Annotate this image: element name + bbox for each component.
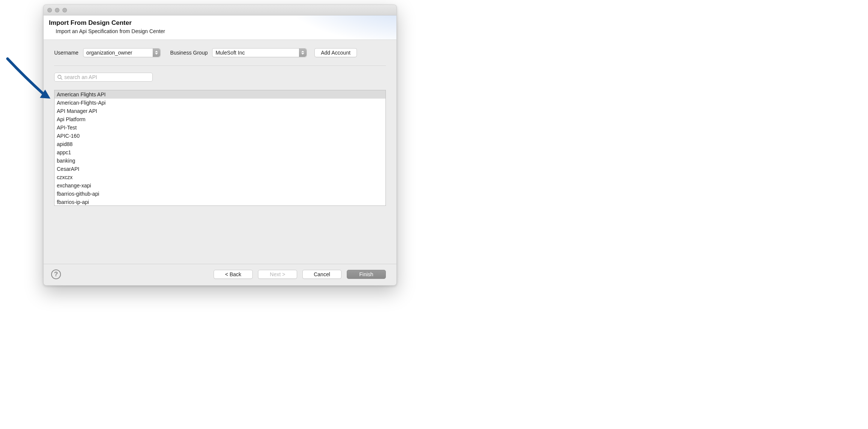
list-item[interactable]: American-Flights-Api: [55, 99, 385, 107]
list-item[interactable]: apid88: [55, 140, 385, 148]
business-group-select[interactable]: MuleSoft Inc: [212, 48, 307, 57]
list-item[interactable]: banking: [55, 157, 385, 165]
list-item[interactable]: Api Platform: [55, 115, 385, 123]
list-item[interactable]: exchange-xapi: [55, 181, 385, 190]
list-item[interactable]: API Manager API: [55, 107, 385, 115]
list-item[interactable]: American Flights API: [55, 90, 385, 99]
username-label: Username: [54, 50, 79, 56]
username-select[interactable]: organization_owner: [83, 48, 161, 57]
business-group-select-value: MuleSoft Inc: [215, 50, 245, 56]
list-item[interactable]: CesarAPI: [55, 165, 385, 173]
next-button[interactable]: Next >: [258, 270, 297, 279]
window-titlebar: [44, 5, 396, 15]
chevron-up-down-icon: [299, 49, 307, 57]
search-wrap: [54, 73, 153, 82]
list-item[interactable]: API-Test: [55, 123, 385, 132]
minimize-icon[interactable]: [55, 8, 59, 12]
api-listbox[interactable]: American Flights APIAmerican-Flights-Api…: [54, 90, 386, 206]
finish-button[interactable]: Finish: [347, 270, 386, 279]
dialog-subtitle: Import an Api Specification from Design …: [49, 28, 391, 34]
list-item[interactable]: APIC-160: [55, 132, 385, 140]
business-group-label: Business Group: [170, 50, 208, 56]
list-item[interactable]: appc1: [55, 148, 385, 157]
account-row: Username organization_owner Business Gro…: [54, 48, 386, 57]
cancel-button[interactable]: Cancel: [302, 270, 341, 279]
annotation-arrow: [4, 54, 53, 99]
list-item[interactable]: fbarrios-github-api: [55, 190, 385, 198]
list-item[interactable]: fbarrios-ip-api: [55, 198, 385, 206]
wizard-buttons: < Back Next > Cancel Finish: [214, 270, 386, 279]
svg-line-2: [61, 78, 62, 80]
close-icon[interactable]: [47, 8, 52, 12]
help-icon[interactable]: ?: [51, 269, 61, 279]
divider: [54, 65, 386, 66]
back-button[interactable]: < Back: [214, 270, 253, 279]
search-icon: [57, 75, 62, 80]
dialog-title: Import From Design Center: [49, 19, 391, 27]
list-item[interactable]: czxczx: [55, 173, 385, 181]
username-select-value: organization_owner: [86, 50, 132, 56]
zoom-icon[interactable]: [62, 8, 67, 12]
dialog-footer: ? < Back Next > Cancel Finish: [44, 264, 396, 285]
dialog-window: Import From Design Center Import an Api …: [43, 5, 397, 286]
chevron-up-down-icon: [153, 49, 160, 57]
dialog-header: Import From Design Center Import an Api …: [44, 15, 396, 40]
search-input[interactable]: [54, 73, 153, 82]
add-account-button[interactable]: Add Account: [314, 48, 357, 57]
dialog-body: Username organization_owner Business Gro…: [44, 40, 396, 264]
